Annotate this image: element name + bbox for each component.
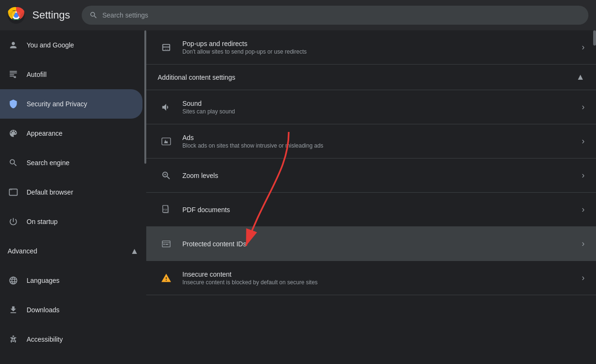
default-browser-icon <box>8 187 19 198</box>
sidebar-item-search-engine[interactable]: Search engine <box>0 148 146 177</box>
sidebar-item-autofill[interactable]: Autofill <box>0 60 146 89</box>
search-engine-icon <box>8 157 19 168</box>
sidebar-label-default-browser: Default browser <box>27 188 73 196</box>
chevron-right-icon-pdf: › <box>582 205 585 215</box>
row-ads[interactable]: Ads Block ads on sites that show intrusi… <box>146 124 596 159</box>
row-insecure-content[interactable]: Insecure content Insecure content is blo… <box>146 261 596 295</box>
sidebar-label-search-engine: Search engine <box>27 159 69 167</box>
svg-rect-7 <box>162 138 170 145</box>
sidebar-label-downloads: Downloads <box>27 306 59 314</box>
row-content-popups: Pop-ups and redirects Don't allow sites … <box>182 40 582 55</box>
sidebar-item-accessibility[interactable]: Accessibility <box>0 325 146 354</box>
sound-icon <box>158 99 175 116</box>
svg-point-5 <box>11 189 12 190</box>
person-icon <box>8 39 19 51</box>
sidebar-item-security-privacy[interactable]: Security and Privacy <box>0 89 142 119</box>
sidebar-item-default-browser[interactable]: Default browser <box>0 177 146 207</box>
sidebar: You and Google Autofill Security and Pri… <box>0 30 146 364</box>
content-scrollbar-track[interactable] <box>593 30 596 364</box>
power-icon <box>8 216 19 227</box>
row-content-ads: Ads Block ads on sites that show intrusi… <box>182 134 582 149</box>
popup-icon <box>158 39 175 56</box>
row-content-insecure: Insecure content Insecure content is blo… <box>182 271 582 286</box>
row-content-zoom: Zoom levels <box>182 172 582 179</box>
chevron-up-icon: ▲ <box>130 246 139 256</box>
section-title-additional: Additional content settings <box>158 74 576 81</box>
sidebar-item-appearance[interactable]: Appearance <box>0 119 146 148</box>
chevron-right-icon-sound: › <box>582 102 585 112</box>
globe-icon <box>8 275 19 286</box>
row-title-protected: Protected content IDs <box>182 240 582 248</box>
row-popups-redirects[interactable]: Pop-ups and redirects Don't allow sites … <box>146 30 596 65</box>
search-icon <box>89 11 98 19</box>
search-bar[interactable] <box>82 6 589 25</box>
sidebar-label-languages: Languages <box>27 277 59 284</box>
row-content-pdf: PDF documents <box>182 206 582 214</box>
sidebar-label-accessibility: Accessibility <box>27 336 63 343</box>
svg-point-6 <box>12 336 14 337</box>
header: Settings <box>0 0 596 30</box>
row-content-sound: Sound Sites can play sound <box>182 100 582 115</box>
row-sound[interactable]: Sound Sites can play sound › <box>146 90 596 124</box>
sidebar-advanced-section[interactable]: Advanced ▲ <box>0 236 146 266</box>
ads-icon <box>158 133 175 150</box>
row-pdf-documents[interactable]: PDF PDF documents › <box>146 193 596 227</box>
chrome-logo-icon <box>8 7 25 24</box>
row-zoom-levels[interactable]: Zoom levels › <box>146 159 596 193</box>
chevron-right-icon-protected: › <box>582 239 585 249</box>
svg-text:PDF: PDF <box>163 208 168 211</box>
chevron-right-icon-popups: › <box>582 42 585 52</box>
row-protected-content-ids[interactable]: Protected content IDs › <box>146 227 596 261</box>
row-subtitle-popups: Don't allow sites to send pop-ups or use… <box>182 48 582 55</box>
chevron-right-icon-ads: › <box>582 136 585 146</box>
additional-content-settings-header[interactable]: Additional content settings ▲ <box>146 65 596 90</box>
row-title-pdf: PDF documents <box>182 206 582 214</box>
advanced-section-label: Advanced <box>8 247 123 255</box>
sidebar-label-appearance: Appearance <box>27 130 63 137</box>
row-title-popups: Pop-ups and redirects <box>182 40 582 47</box>
shield-icon <box>8 98 19 110</box>
download-icon <box>8 304 19 316</box>
content-scroll-thumb <box>593 30 596 46</box>
app-title: Settings <box>32 9 70 21</box>
content-area: Pop-ups and redirects Don't allow sites … <box>146 30 596 364</box>
sidebar-item-you-and-google[interactable]: You and Google <box>0 30 146 60</box>
main-layout: You and Google Autofill Security and Pri… <box>0 30 596 364</box>
sidebar-label-security-privacy: Security and Privacy <box>27 100 87 108</box>
palette-icon <box>8 128 19 139</box>
warning-icon <box>158 270 175 287</box>
row-title-sound: Sound <box>182 100 582 107</box>
protected-content-icon <box>158 235 175 252</box>
row-subtitle-sound: Sites can play sound <box>182 108 582 115</box>
row-subtitle-ads: Block ads on sites that show intrusive o… <box>182 142 582 149</box>
svg-point-11 <box>163 243 165 245</box>
sidebar-label-on-startup: On startup <box>27 218 57 225</box>
sidebar-label-you-and-google: You and Google <box>27 41 74 49</box>
row-title-insecure: Insecure content <box>182 271 582 278</box>
search-input[interactable] <box>103 11 581 19</box>
chevron-right-icon-insecure: › <box>582 273 585 283</box>
autofill-icon <box>8 69 19 80</box>
zoom-icon <box>158 167 175 184</box>
sidebar-item-on-startup[interactable]: On startup <box>0 207 146 236</box>
sidebar-item-languages[interactable]: Languages <box>0 266 146 295</box>
svg-rect-12 <box>165 244 168 245</box>
pdf-icon: PDF <box>158 201 175 218</box>
svg-point-4 <box>10 189 11 190</box>
chevron-right-icon-zoom: › <box>582 170 585 180</box>
row-content-protected: Protected content IDs <box>182 240 582 248</box>
row-title-zoom: Zoom levels <box>182 172 582 179</box>
row-title-ads: Ads <box>182 134 582 141</box>
sidebar-label-autofill: Autofill <box>27 71 47 78</box>
row-subtitle-insecure: Insecure content is blocked by default o… <box>182 279 582 286</box>
accessibility-icon <box>8 334 19 345</box>
sidebar-item-downloads[interactable]: Downloads <box>0 295 146 325</box>
collapse-icon[interactable]: ▲ <box>576 72 585 82</box>
